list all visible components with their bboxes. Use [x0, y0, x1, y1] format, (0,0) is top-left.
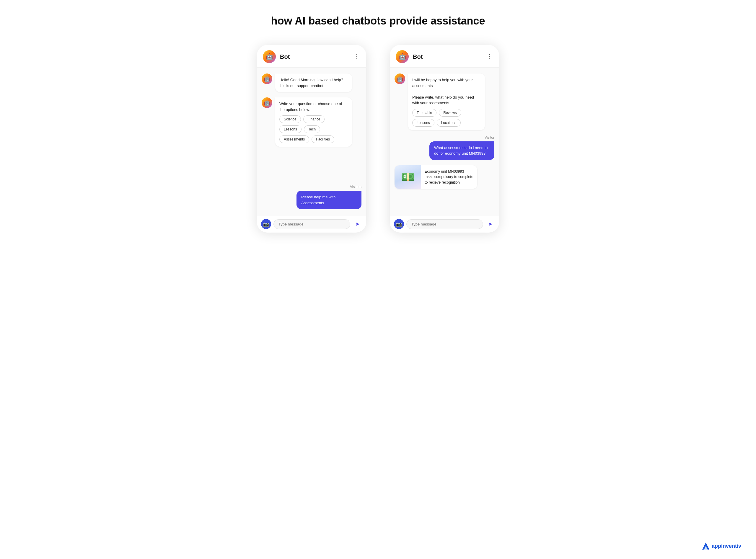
bot-message-1: 🤖 Hello! Good Morning How can I help? th…: [262, 73, 362, 92]
send-button-1[interactable]: ➤: [352, 219, 362, 229]
appinventiv-logo-icon: [702, 542, 710, 550]
chat-header-2: 🤖 Bot ⋮: [390, 45, 499, 68]
brand-name-text: appinventiv: [712, 543, 741, 549]
phones-container: 🤖 Bot ⋮ 🤖 Hello! Good Morning How can I …: [257, 45, 499, 232]
chip-tech[interactable]: Tech: [304, 126, 320, 133]
chat-body-1: 🤖 Hello! Good Morning How can I help? th…: [257, 68, 366, 215]
media-card: 💵 Economy unit MN03993 tasks compulsory …: [394, 165, 477, 189]
send-button-2[interactable]: ➤: [485, 219, 495, 229]
chip-assessments[interactable]: Assessments: [279, 135, 309, 143]
visitor-bubble-2: What assessments do i need to do for eco…: [429, 141, 494, 160]
more-menu-icon-2[interactable]: ⋮: [487, 53, 493, 60]
visitor-section-2: Visitor What assessments do i need to do…: [394, 135, 494, 160]
camera-button-2[interactable]: 📷: [394, 219, 404, 229]
chip-locations[interactable]: Locations: [437, 119, 461, 127]
visitor-label-2: Visitor: [484, 135, 494, 140]
bot-name-2: Bot: [413, 53, 487, 60]
bot-bubble-3: I will be happy to help you with your as…: [408, 73, 485, 130]
option-chips-2: Timetable Reviews Lessons Locations: [412, 109, 481, 127]
chip-lessons-2[interactable]: Lessons: [412, 119, 434, 127]
chip-science[interactable]: Science: [279, 115, 301, 123]
page-title: how AI based chatbots provide assistance: [271, 15, 485, 27]
bot-name-1: Bot: [280, 53, 353, 60]
message-input-1[interactable]: [274, 219, 350, 229]
option-chips-1: Science Finance Lessons Tech Assessments…: [279, 115, 348, 143]
bot-bubble-1: Hello! Good Morning How can I help? this…: [275, 73, 352, 92]
camera-button-1[interactable]: 📷: [261, 219, 271, 229]
chip-timetable[interactable]: Timetable: [412, 109, 436, 117]
bot-msg-avatar-2: 🤖: [262, 97, 272, 108]
message-input-2[interactable]: [406, 219, 483, 229]
chat-header-1: 🤖 Bot ⋮: [257, 45, 366, 68]
media-thumbnail: 💵: [394, 165, 421, 189]
input-bar-2: 📷 ➤: [390, 215, 499, 232]
input-bar-1: 📷 ➤: [257, 215, 366, 232]
phone-2: 🤖 Bot ⋮ 🤖 I will be happy to help you wi…: [390, 45, 499, 232]
visitor-section-1: Visitors Please help me with Assessments: [262, 185, 362, 209]
media-card-text: Economy unit MN03993 tasks compulsory to…: [421, 165, 477, 189]
phone-1: 🤖 Bot ⋮ 🤖 Hello! Good Morning How can I …: [257, 45, 366, 232]
chip-facilities[interactable]: Facilities: [311, 135, 334, 143]
bot-media-row: 💵 Economy unit MN03993 tasks compulsory …: [394, 165, 494, 189]
visitor-label-1: Visitors: [350, 185, 362, 189]
more-menu-icon-1[interactable]: ⋮: [353, 53, 360, 60]
bot-bubble-3-text: I will be happy to help you with your as…: [412, 77, 481, 106]
bot-bubble-1-text: Hello! Good Morning How can I help? this…: [279, 77, 348, 89]
branding: appinventiv: [702, 542, 741, 550]
bot-msg-avatar-3: 🤖: [394, 73, 405, 84]
bot-bubble-2: Write your question or choose one of the…: [275, 97, 352, 147]
bot-message-2: 🤖 Write your question or choose one of t…: [262, 97, 362, 147]
bot-msg-avatar-1: 🤖: [262, 73, 272, 84]
chip-finance[interactable]: Finance: [303, 115, 325, 123]
chip-reviews[interactable]: Reviews: [439, 109, 461, 117]
bot-avatar-2: 🤖: [396, 50, 409, 63]
chip-lessons[interactable]: Lessons: [279, 126, 302, 133]
bot-message-3: 🤖 I will be happy to help you with your …: [394, 73, 494, 130]
chat-body-2: 🤖 I will be happy to help you with your …: [390, 68, 499, 215]
bot-avatar-1: 🤖: [263, 50, 276, 63]
bot-bubble-2-text: Write your question or choose one of the…: [279, 101, 348, 112]
visitor-bubble-1: Please help me with Assessments: [297, 191, 362, 209]
